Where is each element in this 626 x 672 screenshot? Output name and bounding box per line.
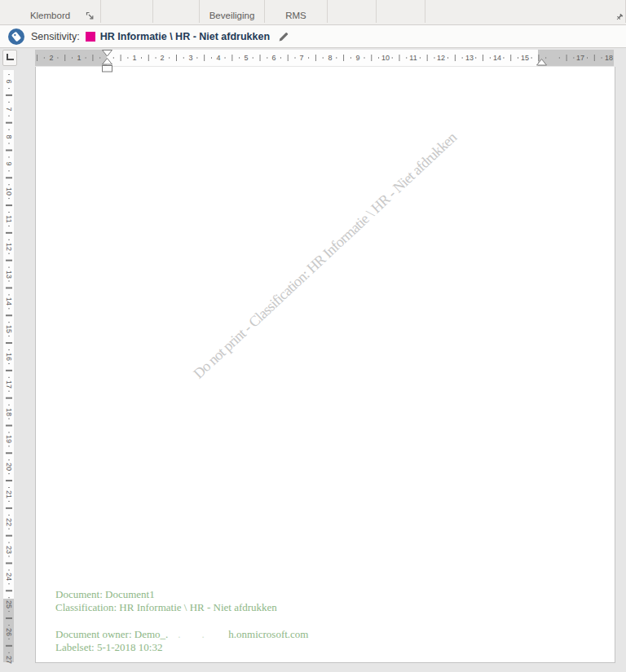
ribbon-group: Beveiliging bbox=[200, 0, 265, 23]
ruler-number: 10 bbox=[381, 54, 390, 62]
ruler-number: 23 bbox=[5, 546, 13, 554]
ruler-number: 1 bbox=[132, 54, 136, 62]
sensitivity-tag-icon bbox=[8, 29, 24, 45]
left-indent-marker[interactable] bbox=[102, 65, 112, 72]
sensitivity-label: Sensitivity: bbox=[31, 31, 80, 42]
ruler-number: 17 bbox=[5, 380, 13, 389]
left-tab-icon bbox=[7, 54, 14, 60]
ruler-number: 6 bbox=[5, 79, 13, 83]
document-footer[interactable]: Document: Document1 Classification: HR I… bbox=[55, 588, 309, 654]
ribbon-group: RMS bbox=[265, 0, 328, 23]
ruler-number: 2 bbox=[160, 54, 164, 62]
document-page[interactable]: Do not print - Classification: HR Inform… bbox=[35, 67, 615, 663]
ruler-number: 24 bbox=[5, 573, 13, 581]
ruler-number: 11 bbox=[409, 54, 417, 62]
label-color-swatch bbox=[86, 32, 95, 42]
footer-owner-prefix: Document owner: Demo_. bbox=[55, 628, 168, 640]
ruler-number: 11 bbox=[5, 215, 13, 222]
ribbon-group bbox=[101, 0, 153, 23]
footer-owner-redacted: .. bbox=[168, 628, 228, 641]
ruler-number: 9 bbox=[355, 54, 359, 62]
ruler-number: 20 bbox=[5, 463, 13, 471]
ribbon-group-label: RMS bbox=[265, 11, 327, 20]
ruler-number: 14 bbox=[5, 297, 13, 305]
sensitivity-bar: Sensitivity: HR Informatie \ HR - Niet a… bbox=[0, 25, 626, 48]
ruler-number: 18 bbox=[605, 54, 613, 62]
ruler-number: 16 bbox=[5, 353, 13, 361]
footer-document-line: Document: Document1 bbox=[55, 588, 309, 601]
ribbon-group bbox=[153, 0, 200, 23]
ruler-number: 14 bbox=[493, 54, 501, 62]
ruler-number: 27 bbox=[5, 656, 13, 664]
ruler-number: 26 bbox=[5, 628, 13, 636]
ribbon-group bbox=[377, 0, 425, 23]
ruler-number: 21 bbox=[5, 490, 13, 499]
vertical-ruler[interactable]: 6 7 8 9 10 11 12 13 14 15 bbox=[3, 70, 14, 662]
footer-owner-line: Document owner: Demo_...h.onmicrosoft.co… bbox=[55, 628, 309, 641]
sensitivity-value[interactable]: HR Informatie \ HR - Niet afdrukken bbox=[100, 31, 270, 42]
ruler-number: 17 bbox=[576, 54, 584, 62]
ribbon-group bbox=[328, 0, 377, 23]
footer-labelset-line: Labelset: 5-1-2018 10:32 bbox=[55, 641, 309, 654]
first-line-indent-marker[interactable] bbox=[102, 50, 112, 57]
ribbon-bottom-strip: Klembord Beveiliging RMS bbox=[0, 0, 626, 25]
ruler-number: 4 bbox=[216, 54, 220, 62]
ruler-number: 18 bbox=[5, 408, 13, 416]
word-window: Klembord Beveiliging RMS bbox=[0, 0, 626, 672]
ruler-number: 6 bbox=[271, 54, 276, 62]
document-workspace: 2 1 1 2 3 4 5 6 7 8 bbox=[0, 49, 626, 672]
ruler-number: 7 bbox=[299, 54, 303, 62]
ruler-number: 15 bbox=[5, 325, 13, 333]
tab-selector-button[interactable] bbox=[2, 50, 17, 66]
ruler-number: 5 bbox=[244, 54, 248, 62]
ruler-number: 13 bbox=[465, 54, 474, 62]
ruler-number: 7 bbox=[5, 107, 13, 111]
ruler-number: 15 bbox=[521, 54, 529, 62]
ruler-number: 12 bbox=[5, 243, 13, 251]
pin-ribbon-icon[interactable] bbox=[615, 13, 624, 21]
footer-blank-line bbox=[55, 615, 309, 628]
ruler-number: 12 bbox=[437, 54, 445, 62]
ruler-number: 25 bbox=[5, 600, 13, 608]
right-indent-marker[interactable] bbox=[536, 59, 547, 66]
dialog-launcher-icon[interactable] bbox=[86, 11, 95, 20]
ruler-number: 10 bbox=[5, 187, 13, 195]
footer-classification-line: Classification: HR Informatie \ HR - Nie… bbox=[55, 601, 309, 614]
hanging-indent-marker[interactable] bbox=[102, 58, 112, 65]
ruler-number: 9 bbox=[5, 161, 13, 165]
ribbon-group-label: Beveiliging bbox=[200, 11, 264, 20]
ruler-number: 13 bbox=[5, 270, 13, 279]
ruler-number: 22 bbox=[5, 518, 13, 526]
ruler-number: 3 bbox=[188, 54, 192, 62]
ruler-number: 1 bbox=[77, 54, 81, 62]
ribbon-group bbox=[425, 0, 626, 23]
ruler-number: 19 bbox=[5, 435, 13, 443]
ruler-number: 2 bbox=[49, 54, 53, 62]
ruler-number: 8 bbox=[5, 134, 13, 138]
horizontal-ruler[interactable]: 2 1 1 2 3 4 5 6 7 8 bbox=[35, 50, 614, 66]
do-not-print-watermark: Do not print - Classification: HR Inform… bbox=[190, 130, 460, 383]
footer-owner-suffix: h.onmicrosoft.com bbox=[228, 628, 308, 640]
pencil-icon[interactable] bbox=[277, 30, 290, 43]
ruler-number: 8 bbox=[328, 54, 332, 62]
